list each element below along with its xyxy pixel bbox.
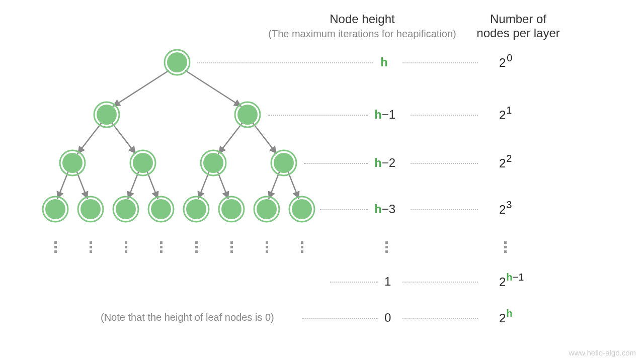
connector-line xyxy=(411,163,478,164)
svg-point-35 xyxy=(151,199,171,219)
svg-point-15 xyxy=(167,52,187,72)
height-label: h−1 xyxy=(374,108,395,122)
tree-node xyxy=(94,102,119,127)
svg-point-23 xyxy=(133,153,153,173)
vertical-ellipsis-icon xyxy=(195,241,198,253)
count-label: 2h−1 xyxy=(499,273,524,289)
svg-line-5 xyxy=(253,123,277,154)
connector-line xyxy=(197,62,373,63)
svg-point-31 xyxy=(80,199,101,219)
tree-node xyxy=(201,150,226,175)
svg-line-3 xyxy=(112,123,136,154)
svg-line-10 xyxy=(198,171,209,199)
tree-node xyxy=(235,102,260,127)
tree-node xyxy=(254,197,279,222)
svg-line-11 xyxy=(217,171,228,199)
svg-line-7 xyxy=(76,171,88,199)
connector-line xyxy=(302,318,378,319)
svg-point-17 xyxy=(97,105,117,125)
vertical-ellipsis-icon xyxy=(385,241,388,253)
connector-line xyxy=(403,62,478,63)
tree-node xyxy=(130,150,155,175)
svg-point-43 xyxy=(292,199,312,219)
svg-line-4 xyxy=(218,123,243,154)
svg-line-13 xyxy=(288,171,299,199)
connector-line xyxy=(411,209,478,210)
heap-tree xyxy=(20,40,342,261)
svg-point-25 xyxy=(203,153,223,173)
height-label: 1 xyxy=(384,275,391,289)
svg-line-1 xyxy=(185,70,242,107)
vertical-ellipsis-icon xyxy=(301,241,303,253)
connector-line xyxy=(411,115,478,116)
count-label: 23 xyxy=(499,200,512,217)
svg-point-37 xyxy=(186,199,206,219)
count-label: 2h xyxy=(499,309,513,325)
svg-point-29 xyxy=(45,199,65,219)
tree-node xyxy=(113,197,138,222)
vertical-ellipsis-icon xyxy=(54,241,57,253)
svg-line-2 xyxy=(77,123,102,154)
tree-node xyxy=(165,50,190,75)
node-height-header: Node height xyxy=(302,12,423,26)
svg-point-21 xyxy=(62,153,83,173)
count-label: 22 xyxy=(499,154,512,170)
svg-point-33 xyxy=(116,199,136,219)
nodes-per-layer-header-l1: Number of xyxy=(458,12,579,26)
vertical-ellipsis-icon xyxy=(230,241,233,253)
nodes-per-layer-header-l2: nodes per layer xyxy=(458,26,579,40)
connector-line xyxy=(320,209,368,210)
count-label: 21 xyxy=(499,106,512,122)
tree-node xyxy=(43,197,68,222)
tree-node xyxy=(184,197,209,222)
height-label: h−2 xyxy=(374,156,395,170)
node-height-subheader: (The maximum iterations for heapificatio… xyxy=(247,28,478,40)
leaf-height-note: (Note that the height of leaf nodes is 0… xyxy=(101,312,274,323)
svg-point-27 xyxy=(274,153,294,173)
connector-line xyxy=(403,318,478,319)
svg-line-12 xyxy=(269,171,280,199)
height-label: 0 xyxy=(384,311,391,325)
connector-line xyxy=(304,163,368,164)
height-label: h xyxy=(380,55,388,69)
count-label: 20 xyxy=(499,53,512,70)
tree-node xyxy=(60,150,85,175)
vertical-ellipsis-icon xyxy=(125,241,127,253)
svg-line-9 xyxy=(147,171,158,199)
svg-point-41 xyxy=(257,199,277,219)
svg-point-19 xyxy=(237,105,258,125)
height-label: h−3 xyxy=(374,202,395,216)
connector-line xyxy=(330,282,378,283)
tree-node xyxy=(271,150,296,175)
vertical-ellipsis-icon xyxy=(160,241,163,253)
vertical-ellipsis-icon xyxy=(90,241,92,253)
svg-line-6 xyxy=(57,171,68,199)
vertical-ellipsis-icon xyxy=(266,241,268,253)
connector-line xyxy=(403,282,478,283)
vertical-ellipsis-icon xyxy=(504,241,507,253)
watermark: www.hello-algo.com xyxy=(569,348,636,357)
connector-line xyxy=(268,115,368,116)
svg-line-0 xyxy=(113,70,169,107)
svg-point-39 xyxy=(221,199,242,219)
tree-node xyxy=(148,197,174,222)
tree-node xyxy=(289,197,314,222)
tree-node xyxy=(219,197,244,222)
tree-node xyxy=(78,197,103,222)
svg-line-8 xyxy=(128,171,139,199)
